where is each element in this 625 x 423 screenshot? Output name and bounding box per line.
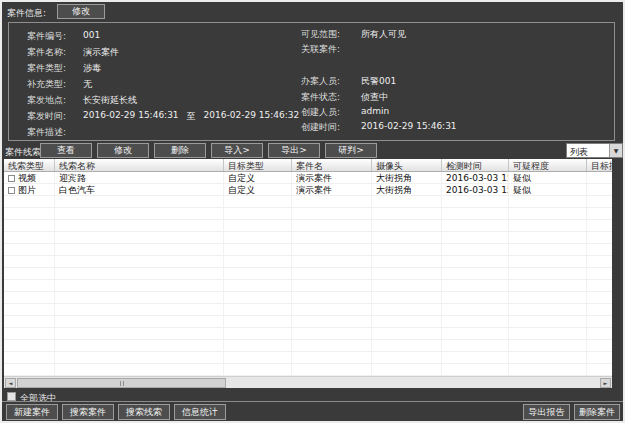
- clue-delete-button[interactable]: 删除: [154, 143, 206, 158]
- table-row-empty[interactable]: [4, 304, 612, 316]
- empty-cell: [587, 244, 612, 255]
- empty-cell: [224, 244, 292, 255]
- case-name-cell: 演示案件: [292, 184, 372, 195]
- modify-case-button[interactable]: 修改: [57, 4, 105, 19]
- table-row-empty[interactable]: [4, 364, 612, 376]
- export-report-button[interactable]: 导出报告: [523, 404, 570, 420]
- table-row-empty[interactable]: [4, 328, 612, 340]
- empty-cell: [224, 196, 292, 207]
- target-desc-cell: [587, 172, 612, 183]
- visibility-field: 可见范围:所有人可见: [301, 28, 406, 41]
- row-checkbox[interactable]: [8, 175, 15, 182]
- view-mode-dropdown[interactable]: 列表 ▼: [566, 143, 623, 158]
- empty-cell: [292, 352, 372, 363]
- row-checkbox[interactable]: [8, 187, 15, 194]
- case-type-field: 案件类型:涉毒: [27, 62, 101, 75]
- clue-import-button[interactable]: 导入>: [211, 143, 263, 158]
- empty-cell: [55, 328, 224, 339]
- table-row-empty[interactable]: [4, 280, 612, 292]
- col-suspicion[interactable]: 可疑程度: [509, 159, 587, 171]
- case-time-field: 案发时间:2016-02-29 15:46:31至2016-02-29 15:4…: [27, 110, 299, 123]
- empty-cell: [372, 280, 442, 291]
- creator-field: 创建人员:admin: [301, 106, 389, 119]
- select-all-checkbox[interactable]: [7, 392, 16, 401]
- clue-modify-button[interactable]: 修改: [97, 143, 149, 158]
- table-row-empty[interactable]: [4, 340, 612, 352]
- empty-cell: [224, 316, 292, 327]
- table-row-image-clue[interactable]: 图片 白色汽车 自定义 演示案件 大街拐角 2016-03-03 15:22:3…: [4, 184, 612, 196]
- empty-cell: [224, 220, 292, 231]
- scroll-right-button[interactable]: ►: [600, 378, 611, 388]
- search-case-button[interactable]: 搜索案件: [62, 404, 114, 420]
- table-row-empty[interactable]: [4, 220, 612, 232]
- empty-cell: [4, 352, 55, 363]
- empty-cell: [55, 232, 224, 243]
- table-row-empty[interactable]: [4, 208, 612, 220]
- clue-analyze-button[interactable]: 研判>: [325, 143, 377, 158]
- empty-cell: [442, 196, 509, 207]
- table-row-empty[interactable]: [4, 256, 612, 268]
- officer-field: 办案人员:民警001: [301, 75, 396, 88]
- clue-view-button[interactable]: 查看: [40, 143, 92, 158]
- empty-cell: [509, 364, 587, 375]
- table-row-empty[interactable]: [4, 196, 612, 208]
- view-mode-value: 列表: [567, 144, 609, 157]
- scrollbar-thumb[interactable]: [17, 378, 226, 388]
- table-row-empty[interactable]: [4, 352, 612, 364]
- scrollbar-grip-icon: [120, 381, 124, 386]
- empty-cell: [224, 340, 292, 351]
- empty-cell: [224, 352, 292, 363]
- col-clue-type[interactable]: 线索类型: [4, 159, 55, 171]
- col-case-name[interactable]: 案件名: [292, 159, 372, 171]
- window-content: 案件信息: 修改 案件编号:001 案件名称:演示案件 案件类型:涉毒 补充类型…: [2, 2, 623, 421]
- table-row-empty[interactable]: [4, 232, 612, 244]
- empty-cell: [372, 232, 442, 243]
- table-row-empty[interactable]: [4, 244, 612, 256]
- horizontal-scrollbar[interactable]: ◄ ►: [4, 376, 612, 388]
- search-clue-button[interactable]: 搜索线索: [118, 404, 170, 420]
- time-range-separator: 至: [187, 110, 196, 123]
- clue-section-label: 案件线索:: [5, 146, 44, 159]
- footer-divider: [2, 401, 623, 402]
- empty-cell: [442, 328, 509, 339]
- chevron-down-icon[interactable]: ▼: [609, 144, 622, 157]
- empty-cell: [4, 208, 55, 219]
- new-case-button[interactable]: 新建案件: [6, 404, 58, 420]
- empty-cell: [292, 364, 372, 375]
- empty-cell: [4, 340, 55, 351]
- statistics-button[interactable]: 信息统计: [174, 404, 226, 420]
- case-location-field: 案发地点:长安街延长线: [27, 94, 137, 107]
- empty-cell: [372, 328, 442, 339]
- empty-cell: [442, 244, 509, 255]
- empty-cell: [587, 256, 612, 267]
- empty-cell: [509, 196, 587, 207]
- col-detect-time[interactable]: 检测时间: [442, 159, 509, 171]
- table-row-empty[interactable]: [4, 292, 612, 304]
- clue-export-button[interactable]: 导出>: [268, 143, 320, 158]
- empty-cell: [55, 220, 224, 231]
- empty-cell: [292, 268, 372, 279]
- empty-cell: [372, 244, 442, 255]
- col-camera[interactable]: 摄像头: [372, 159, 442, 171]
- table-row-empty[interactable]: [4, 268, 612, 280]
- empty-cell: [292, 244, 372, 255]
- case-name-cell: 演示案件: [292, 172, 372, 183]
- delete-case-button[interactable]: 删除案件: [574, 404, 620, 420]
- table-row-empty[interactable]: [4, 316, 612, 328]
- col-clue-name[interactable]: 线索名称: [55, 159, 224, 171]
- empty-cell: [509, 340, 587, 351]
- empty-cell: [587, 340, 612, 351]
- empty-cell: [55, 292, 224, 303]
- empty-cell: [4, 280, 55, 291]
- table-row-video-clue[interactable]: 视频 迎宾路 自定义 演示案件 大街拐角 2016-03-03 15:23:52…: [4, 172, 612, 184]
- camera-cell: 大街拐角: [372, 184, 442, 195]
- col-target-type[interactable]: 目标类型: [224, 159, 292, 171]
- scroll-left-button[interactable]: ◄: [5, 378, 16, 388]
- empty-cell: [4, 220, 55, 231]
- empty-cell: [55, 256, 224, 267]
- empty-cell: [292, 292, 372, 303]
- col-target-desc[interactable]: 目标描述: [587, 159, 612, 171]
- target-type-cell: 自定义: [224, 172, 292, 183]
- empty-cell: [442, 256, 509, 267]
- empty-cell: [4, 256, 55, 267]
